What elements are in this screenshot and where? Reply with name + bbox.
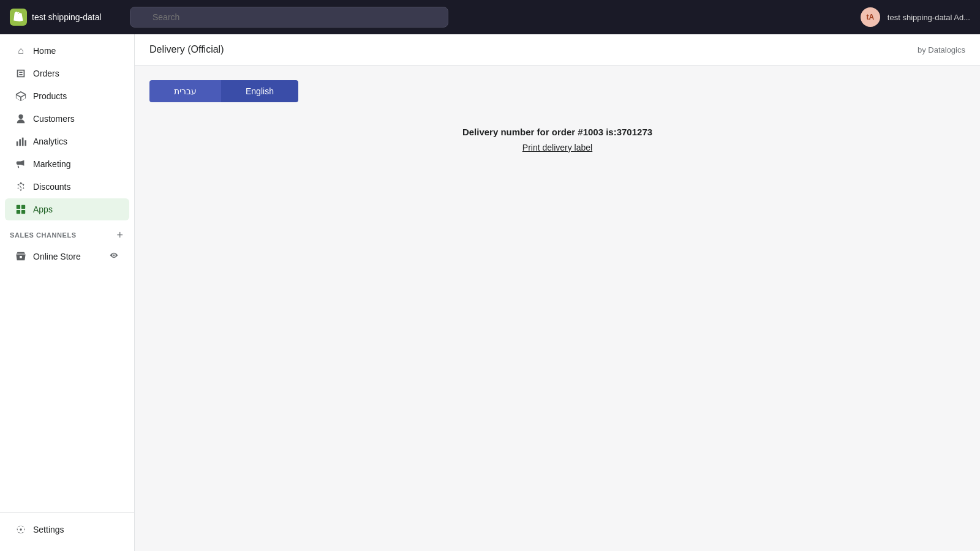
sidebar-item-online-store[interactable]: Online Store — [5, 245, 129, 268]
main-content: Delivery (Official) by Datalogics עברית … — [135, 34, 980, 551]
svg-rect-0 — [17, 141, 18, 146]
sidebar-item-customers-label: Customers — [33, 114, 75, 124]
shopify-logo — [10, 9, 27, 26]
sidebar-item-orders-label: Orders — [33, 69, 59, 78]
svg-rect-3 — [24, 140, 26, 146]
english-button[interactable]: English — [221, 80, 298, 102]
products-icon — [15, 90, 27, 102]
sidebar-footer: Settings — [0, 512, 134, 546]
sidebar-item-settings-label: Settings — [33, 525, 64, 534]
sidebar-item-home[interactable]: Home — [5, 40, 129, 62]
home-icon — [15, 45, 27, 57]
svg-rect-1 — [19, 139, 21, 146]
print-delivery-label-link[interactable]: Print delivery label — [522, 143, 592, 152]
lang-buttons: עברית English — [149, 80, 965, 102]
svg-rect-6 — [17, 210, 20, 214]
brand: test shipping-datal — [10, 9, 120, 26]
page-header: Delivery (Official) by Datalogics — [135, 34, 980, 66]
apps-icon — [15, 203, 27, 216]
search-input[interactable] — [130, 7, 448, 28]
sidebar-item-customers[interactable]: Customers — [5, 108, 129, 130]
sidebar-item-settings[interactable]: Settings — [5, 519, 129, 541]
online-store-visibility-button[interactable] — [108, 250, 119, 263]
sidebar-item-home-label: Home — [33, 46, 56, 56]
sidebar-item-marketing-label: Marketing — [33, 159, 70, 169]
add-sales-channel-button[interactable]: + — [115, 228, 124, 242]
sidebar-item-analytics-label: Analytics — [33, 137, 67, 146]
app-body: Home Orders Products Customers — [0, 34, 980, 551]
page-by: by Datalogics — [918, 45, 965, 54]
search-container: 🔍 — [130, 7, 448, 28]
sidebar-item-orders[interactable]: Orders — [5, 62, 129, 84]
svg-rect-2 — [22, 138, 24, 146]
avatar: tA — [861, 7, 880, 27]
sidebar-item-discounts[interactable]: Discounts — [5, 176, 129, 198]
page-title: Delivery (Official) — [149, 44, 224, 55]
store-name: test shipping-datal Ad... — [888, 13, 970, 22]
topbar: test shipping-datal 🔍 tA test shipping-d… — [0, 0, 980, 34]
sales-channels-header: SALES CHANNELS + — [0, 221, 134, 244]
svg-rect-5 — [21, 205, 25, 209]
hebrew-button[interactable]: עברית — [149, 80, 221, 102]
svg-rect-7 — [21, 210, 25, 214]
marketing-icon — [15, 158, 27, 170]
sidebar-item-discounts-label: Discounts — [33, 182, 70, 192]
delivery-info: Delivery number for order #1003 is:37012… — [149, 127, 965, 153]
topbar-right: tA test shipping-datal Ad... — [861, 7, 970, 27]
sidebar: Home Orders Products Customers — [0, 34, 135, 551]
sidebar-item-marketing[interactable]: Marketing — [5, 153, 129, 175]
delivery-number: Delivery number for order #1003 is:37012… — [149, 127, 965, 137]
settings-icon — [15, 523, 27, 536]
page-body: עברית English Delivery number for order … — [135, 66, 980, 168]
discounts-icon — [15, 181, 27, 193]
brand-name: test shipping-datal — [32, 12, 102, 22]
sidebar-item-products[interactable]: Products — [5, 85, 129, 107]
online-store-icon — [15, 250, 27, 263]
sidebar-item-products-label: Products — [33, 91, 67, 101]
sidebar-item-online-store-label: Online Store — [33, 252, 81, 261]
customers-icon — [15, 113, 27, 125]
orders-icon — [15, 67, 27, 80]
sidebar-item-apps-label: Apps — [33, 204, 53, 214]
sidebar-item-analytics[interactable]: Analytics — [5, 130, 129, 152]
sidebar-item-apps[interactable]: Apps — [5, 198, 129, 220]
svg-rect-4 — [17, 205, 20, 209]
analytics-icon — [15, 135, 27, 148]
sidebar-nav: Home Orders Products Customers — [0, 39, 134, 512]
